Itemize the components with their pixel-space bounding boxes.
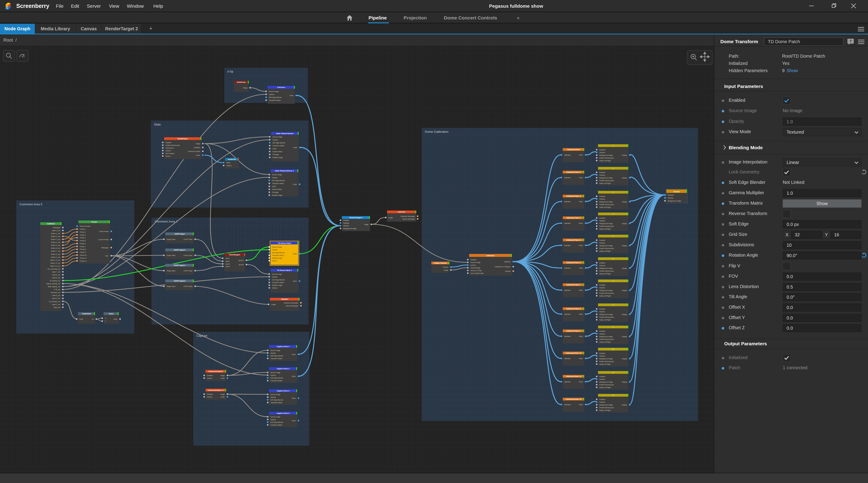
svg-text:res_fisheye_out: res_fisheye_out (49, 301, 60, 303)
svg-text:Image: Image (243, 87, 248, 89)
svg-text:Float: Float (80, 319, 83, 320)
svg-text:IVec2: IVec2 (113, 319, 117, 320)
svg-text:OUTPUT: OUTPUT (398, 211, 405, 213)
svg-text:Digital Camera: Digital Camera (434, 262, 447, 264)
svg-text:op/out1: op/out1 (239, 260, 244, 262)
svg-text:Label 7_out: Label 7_out (52, 271, 60, 273)
svg-text:Patch: Patch (579, 313, 583, 315)
svg-text:Offset Z: Offset Z (272, 287, 278, 289)
svg-text:calibrator: calibrator (564, 358, 571, 359)
svg-text:Source Image: Source Image (271, 394, 280, 395)
svg-text:Soft Edge Blender: Soft Edge Blender (271, 377, 283, 379)
svg-text:X: X (105, 318, 106, 319)
svg-text:6: 6 (613, 258, 614, 260)
svg-text:CalibratorPatch 2: CalibratorPatch 2 (566, 171, 581, 173)
svg-text:Source Image: Source Image (272, 246, 282, 248)
svg-text:TD opacity_out: TD opacity_out (50, 280, 60, 282)
svg-text:Soft Edge Blender: Soft Edge Blender (273, 142, 285, 144)
svg-text:Opacity: Opacity (271, 419, 276, 421)
svg-text:calibrator: calibrator (564, 336, 571, 337)
svg-text:Background Image: Background Image (343, 228, 356, 230)
svg-text:Calibrator: Calibrator (486, 254, 495, 256)
svg-text:Capture opacity_out: Capture opacity_out (46, 283, 60, 285)
svg-text:Background Image: Background Image (599, 223, 613, 224)
svg-text:Opacity: Opacity (271, 352, 276, 354)
svg-text:Audio: Audio (221, 396, 225, 398)
svg-text:Patch: Patch (292, 420, 296, 422)
svg-text:Volume: Volume (226, 165, 231, 167)
svg-text:Patch: Patch (293, 184, 297, 185)
svg-text:FTB Rect: FTB Rect (277, 86, 285, 88)
svg-text:Transform Matrix: Transform Matrix (272, 183, 284, 184)
svg-text:Soft Edge Blender: Soft Edge Blender (271, 422, 283, 423)
svg-text:Rotation Angle: Rotation Angle (273, 157, 283, 158)
svg-text:Capture Rect 3: Capture Rect 3 (277, 390, 290, 392)
svg-text:CHOP Value: CHOP Value (184, 285, 193, 287)
svg-text:Background Image: Background Image (599, 314, 613, 315)
svg-text:Calibration in Progress: Calibration in Progress (494, 266, 510, 268)
svg-text:Enabled: Enabled (599, 149, 605, 151)
svg-text:Enabled: Enabled (207, 375, 213, 376)
svg-text:Swap Left-Right: Swap Left-Right (599, 341, 611, 343)
svg-text:Opacity: Opacity (272, 249, 277, 251)
svg-text:Display: Display (622, 201, 627, 203)
svg-text:Enable Stereoscopic: Enable Stereoscopic (599, 316, 614, 318)
svg-text:Opacity: Opacity (271, 374, 276, 376)
svg-text:Label 3_out: Label 3_out (52, 230, 60, 232)
svg-text:Patches: Patches (599, 355, 605, 357)
svg-text:FTB_out: FTB_out (54, 289, 60, 291)
svg-text:Patch: Patch (579, 267, 583, 269)
svg-text:Background Image: Background Image (599, 404, 613, 406)
svg-text:Display: Display (622, 290, 627, 292)
svg-text:Preset 4: Preset 4 (80, 237, 86, 239)
svg-text:TouchEngine: TouchEngine (229, 254, 240, 256)
svg-text:Swap Left-Right: Swap Left-Right (599, 182, 611, 184)
svg-text:RenderTarget 2: RenderTarget 2 (349, 217, 363, 219)
svg-text:CalibratorPatch 5: CalibratorPatch 5 (566, 239, 581, 241)
svg-text:Soft Edge Blender: Soft Edge Blender (272, 252, 285, 254)
svg-text:Child Presets: Child Presets (99, 231, 108, 232)
svg-text:Transform Matrix: Transform Matrix (272, 254, 284, 256)
svg-text:cameraImage: cameraImage (470, 267, 480, 269)
svg-text:Display: Display (622, 404, 627, 406)
svg-text:Display: Display (622, 177, 627, 179)
svg-text:Image: Image (271, 304, 276, 305)
svg-text:Patch: Patch (293, 280, 297, 282)
svg-text:Patch: Patch (579, 336, 583, 337)
svg-text:Image: Image (196, 143, 200, 145)
svg-text:Background Image: Background Image (599, 290, 613, 292)
svg-text:Patch: Patch (292, 375, 296, 377)
svg-text:Offset Z: Offset Z (272, 260, 278, 262)
svg-text:op/in3: op/in3 (225, 263, 230, 265)
svg-text:Enabled: Enabled (599, 308, 605, 310)
svg-text:Label 6_out: Label 6_out (52, 274, 60, 276)
svg-text:Transform Matrix: Transform Matrix (272, 282, 284, 283)
svg-text:Background Image: Background Image (599, 154, 613, 156)
svg-text:op/in1: op/in1 (225, 258, 230, 259)
svg-text:Enable Stereoscopic: Enable Stereoscopic (599, 292, 614, 294)
svg-text:Keyboard Messages: Keyboard Messages (400, 215, 415, 217)
svg-text:Source Image: Source Image (273, 136, 282, 138)
svg-text:calibrator: calibrator (564, 222, 571, 224)
svg-text:Soft Edge Blender: Soft Edge Blender (269, 96, 282, 98)
svg-text:Events: Events (165, 155, 170, 157)
svg-text:Display: Display (622, 245, 627, 247)
svg-text:Enabled: Enabled (599, 239, 605, 241)
svg-text:Enabled: Enabled (599, 330, 605, 332)
svg-text:Enable Stereoscopic: Enable Stereoscopic (599, 204, 614, 206)
svg-text:Timecode In: Timecode In (165, 147, 174, 149)
svg-text:Transform Matrix: Transform Matrix (271, 358, 282, 359)
svg-text:Enabled: Enabled (599, 284, 605, 286)
svg-text:Volume: Volume (207, 396, 212, 398)
svg-text:CalibratorPatch 7: CalibratorPatch 7 (566, 284, 581, 286)
svg-text:Single Value: Single Value (167, 254, 176, 256)
svg-text:Patches: Patches (599, 311, 605, 312)
svg-text:Swap Left-Right: Swap Left-Right (599, 228, 611, 230)
svg-text:Patches: Patches (599, 152, 605, 153)
svg-text:Source Image: Source Image (470, 262, 480, 264)
svg-text:DeltacastCapture: DeltacastCapture (209, 370, 223, 372)
svg-text:Enable Stereoscopic: Enable Stereoscopic (599, 338, 614, 340)
svg-text:PRESET: PRESET (281, 298, 288, 300)
svg-text:Swap Left-Right: Swap Left-Right (599, 207, 611, 208)
svg-text:Patch: Patch (579, 245, 583, 246)
